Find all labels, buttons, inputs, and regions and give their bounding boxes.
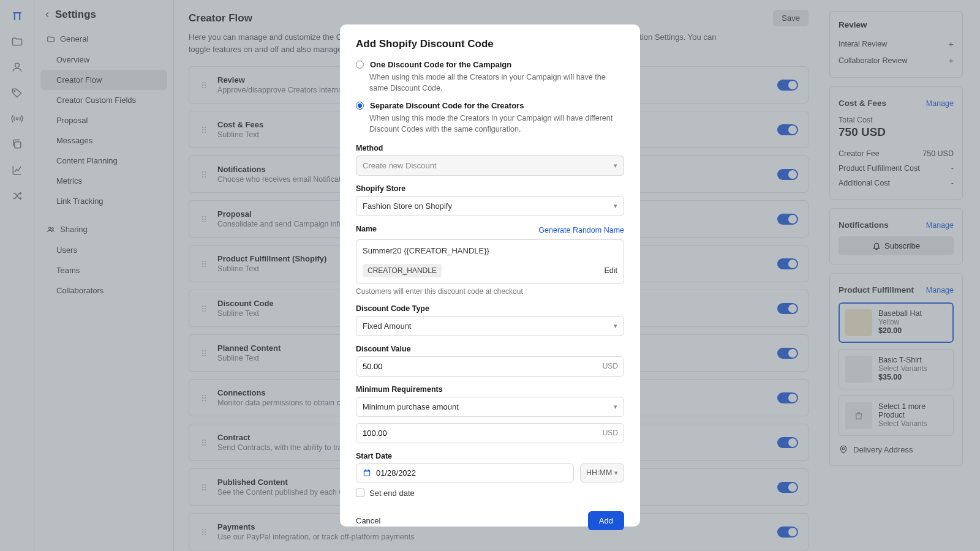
- minreq-select[interactable]: Minimum purchase amount▾: [356, 397, 624, 417]
- name-input[interactable]: Summer20 {{CREATOR_HANDLE}} CREATOR_HAND…: [356, 239, 624, 284]
- generate-name-link[interactable]: Generate Random Name: [538, 226, 624, 234]
- store-select[interactable]: Fashion Store on Shopify▾: [356, 196, 624, 216]
- start-time-select[interactable]: HH:MM▾: [580, 463, 624, 482]
- start-date-input[interactable]: 01/28/2022: [356, 463, 574, 482]
- chevron-down-icon: ▾: [614, 322, 617, 330]
- checkbox-icon: [356, 489, 364, 497]
- cancel-button[interactable]: Cancel: [356, 516, 380, 525]
- calendar-icon: [363, 468, 371, 477]
- chevron-down-icon: ▾: [614, 162, 617, 170]
- discount-value-input[interactable]: [356, 356, 624, 377]
- minreq-amount-input[interactable]: [356, 423, 624, 443]
- method-select[interactable]: Create new Discount▾: [356, 156, 624, 176]
- radio-icon: [356, 102, 364, 110]
- discount-modal: Add Shopify Discount Code One Discount C…: [340, 24, 640, 527]
- type-select[interactable]: Fixed Amount▾: [356, 316, 624, 336]
- variable-tag[interactable]: CREATOR_HANDLE: [363, 264, 442, 277]
- add-button[interactable]: Add: [588, 511, 624, 530]
- radio-option-2[interactable]: Separate Discount Code for the Creators …: [356, 101, 624, 135]
- radio-option-1[interactable]: One Discount Code for the Campaign When …: [356, 60, 624, 94]
- chevron-down-icon: ▾: [614, 202, 617, 210]
- chevron-down-icon: ▾: [614, 403, 617, 411]
- end-date-checkbox[interactable]: Set end date: [356, 489, 624, 498]
- svg-rect-73: [364, 470, 369, 476]
- modal-title: Add Shopify Discount Code: [356, 38, 624, 50]
- chevron-down-icon: ▾: [614, 469, 618, 477]
- radio-icon: [356, 61, 364, 69]
- edit-link[interactable]: Edit: [604, 266, 617, 275]
